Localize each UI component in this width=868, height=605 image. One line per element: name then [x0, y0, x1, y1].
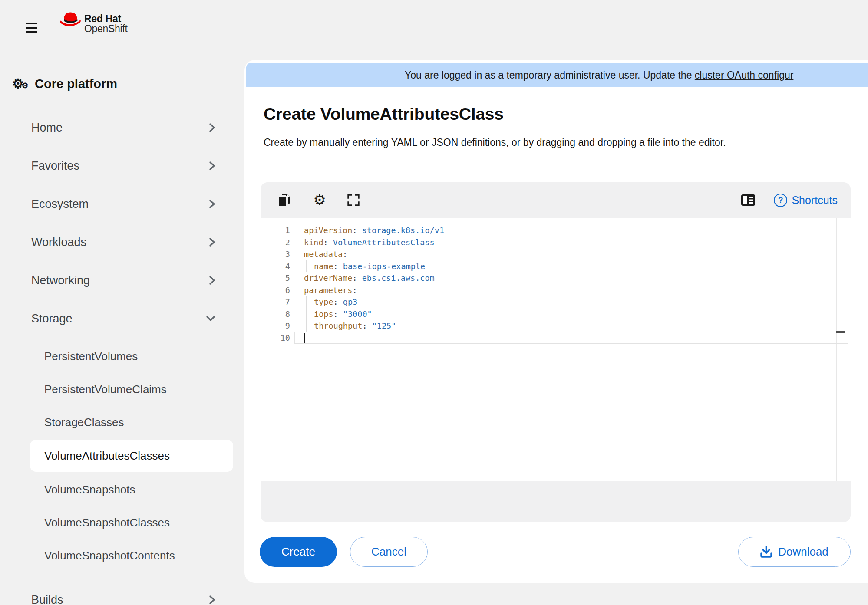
line-number: 5	[261, 272, 290, 284]
create-button-label: Create	[281, 545, 315, 559]
page-subtitle: Create by manually entering YAML or JSON…	[264, 137, 726, 148]
line-number: 1	[261, 224, 290, 237]
sidebar-item-volumeattributesclasses[interactable]: VolumeAttributesClasses	[0, 439, 244, 473]
chevron-right-icon	[208, 161, 216, 171]
line-number: 6	[261, 284, 290, 296]
chevron-down-icon	[205, 315, 216, 322]
download-button[interactable]: Download	[738, 537, 851, 567]
indent-guide	[306, 308, 307, 320]
indent-guide	[306, 296, 307, 308]
help-circle-icon: ?	[774, 194, 787, 207]
sidebar-item-ecosystem[interactable]: Ecosystem	[0, 185, 244, 223]
core-platform-gears-icon: ⚙ ⚙	[12, 76, 31, 91]
sidebar-item-storage[interactable]: Storage	[0, 299, 244, 338]
shortcuts-button[interactable]: ? Shortcuts	[774, 194, 838, 207]
sidebar-item-networking[interactable]: Networking	[0, 261, 244, 299]
code-line[interactable]: 5 driverName: ebs.csi.aws.com	[261, 272, 851, 284]
banner-message: You are logged in as a temporary adminis…	[405, 69, 695, 81]
sidebar-item-builds[interactable]: Builds	[0, 581, 244, 605]
editor-settings-gear-icon[interactable]: ⚙	[312, 193, 327, 207]
code-line[interactable]: 1 apiVersion: storage.k8s.io/v1	[261, 224, 851, 237]
cluster-oauth-config-link[interactable]: cluster OAuth configur	[695, 69, 794, 81]
sidebar-item-workloads[interactable]: Workloads	[0, 223, 244, 261]
code-line[interactable]: 3 metadata:	[261, 248, 851, 260]
copy-icon[interactable]	[277, 193, 292, 207]
download-icon	[760, 546, 772, 558]
indent-guide	[306, 260, 307, 273]
login-warning-banner: You are logged in as a temporary adminis…	[246, 63, 868, 87]
code-editor-area[interactable]: 1 apiVersion: storage.k8s.io/v1 2 kind: …	[261, 218, 851, 481]
sidebar-item-volumesnapshotcontents[interactable]: VolumeSnapshotContents	[0, 539, 244, 572]
download-button-label: Download	[778, 545, 828, 559]
code-line[interactable]: 7 type: gp3	[261, 296, 851, 308]
chevron-right-icon	[208, 199, 216, 209]
text-cursor	[304, 333, 305, 343]
sidebar: ⚙ ⚙ Core platform Home Favorites Ecosyst…	[0, 0, 244, 605]
chevron-right-icon	[208, 595, 216, 605]
code-line-current[interactable]: 10	[261, 332, 851, 344]
sidebar-item-persistentvolumes[interactable]: PersistentVolumes	[0, 340, 244, 373]
shortcuts-label: Shortcuts	[792, 194, 838, 207]
code-line[interactable]: 6 parameters:	[261, 284, 851, 296]
line-number: 10	[261, 332, 290, 344]
page-scrollbar[interactable]	[865, 163, 865, 583]
chevron-right-icon	[208, 122, 216, 133]
sidebar-item-volumesnapshotclasses[interactable]: VolumeSnapshotClasses	[0, 506, 244, 539]
line-number: 3	[261, 248, 290, 260]
indent-guide	[306, 320, 307, 332]
code-line[interactable]: 2 kind: VolumeAttributesClass	[261, 237, 851, 249]
line-number: 4	[261, 260, 290, 273]
line-number: 8	[261, 308, 290, 320]
fullscreen-icon[interactable]	[346, 193, 361, 207]
chevron-right-icon	[208, 275, 216, 286]
yaml-editor: ⚙ ?	[261, 182, 851, 522]
sidebar-item-persistentvolumeclaims[interactable]: PersistentVolumeClaims	[0, 373, 244, 406]
code-line[interactable]: 4 name: base-iops-example	[261, 260, 851, 273]
view-sidebar-icon[interactable]	[741, 193, 756, 207]
sidebar-item-storageclasses[interactable]: StorageClasses	[0, 406, 244, 439]
sidebar-section-title-label: Core platform	[35, 77, 117, 91]
sidebar-item-volumesnapshots[interactable]: VolumeSnapshots	[0, 473, 244, 506]
line-number: 2	[261, 237, 290, 249]
cancel-button[interactable]: Cancel	[350, 537, 428, 567]
sidebar-item-favorites[interactable]: Favorites	[0, 147, 244, 185]
banner-text: You are logged in as a temporary adminis…	[246, 69, 793, 81]
sidebar-item-home[interactable]: Home	[0, 109, 244, 147]
code-line[interactable]: 9 throughput: "125"	[261, 320, 851, 332]
page-title: Create VolumeAttributesClass	[264, 105, 504, 124]
line-number: 9	[261, 320, 290, 332]
cancel-button-label: Cancel	[371, 545, 406, 559]
current-line-highlight	[294, 332, 848, 344]
create-button[interactable]: Create	[260, 537, 337, 567]
editor-toolbar: ⚙ ?	[261, 182, 851, 218]
chevron-right-icon	[208, 237, 216, 247]
code-line[interactable]: 8 iops: "3000"	[261, 308, 851, 320]
sidebar-section-title: ⚙ ⚙ Core platform	[12, 76, 117, 91]
main-content-panel: You are logged in as a temporary adminis…	[244, 60, 868, 583]
line-number: 7	[261, 296, 290, 308]
